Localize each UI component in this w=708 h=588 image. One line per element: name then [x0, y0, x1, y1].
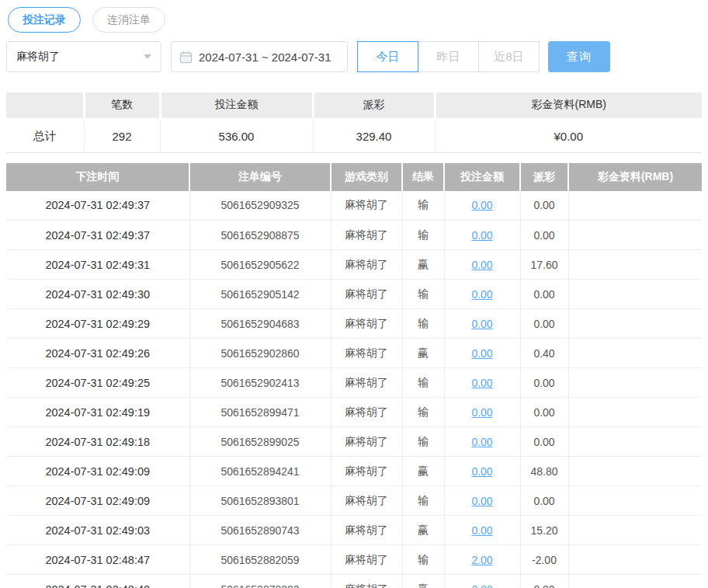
table-row: 2024-07-31 02:49:375061652908875麻将胡了输0.0…	[6, 221, 702, 250]
bet-amount-link[interactable]: 0.00	[471, 465, 492, 478]
cell-bet-time: 2024-07-31 02:49:19	[6, 398, 189, 427]
records-header-cell: 彩金资料(RMB)	[568, 163, 702, 191]
cell-game-type: 麻将胡了	[331, 368, 402, 398]
search-button[interactable]: 查询	[548, 41, 610, 72]
cell-bet-amount: 0.00	[444, 516, 520, 545]
bet-amount-link[interactable]: 0.00	[471, 436, 492, 448]
table-row: 2024-07-31 02:49:095061652893801麻将胡了输0.0…	[6, 486, 702, 516]
cell-bet-time: 2024-07-31 02:48:40	[6, 575, 189, 588]
cell-game-type: 麻将胡了	[331, 250, 402, 280]
top-tabs: 投注记录 连消注单	[0, 0, 708, 33]
table-row: 2024-07-31 02:49:265061652902860麻将胡了赢0.0…	[6, 339, 702, 368]
cell-payout: 0.40	[520, 339, 568, 368]
cell-bet-id: 5061652899471	[189, 398, 331, 427]
summary-bet-amount: 536.00	[160, 119, 313, 152]
tab-cancelled-bets[interactable]: 连消注单	[92, 7, 165, 33]
cell-result: 赢	[402, 457, 444, 486]
bet-amount-link[interactable]: 0.00	[471, 259, 492, 271]
records-table: 下注时间注单编号游戏类别结果投注金额派彩彩金资料(RMB) 2024-07-31…	[6, 163, 702, 588]
cell-bet-amount: 2.00	[444, 575, 520, 588]
date-range-value: 2024-07-31 ~ 2024-07-31	[199, 50, 331, 64]
cell-result: 输	[402, 486, 444, 516]
bet-amount-link[interactable]: 0.00	[471, 377, 492, 389]
summary-table: 笔数投注金额派彩彩金资料(RMB) 总计 292 536.00 329.40 ¥…	[6, 92, 702, 153]
last-8-days-button[interactable]: 近8日	[478, 41, 540, 72]
summary-header-cell: 笔数	[84, 92, 160, 119]
summary-total-label: 总计	[6, 119, 84, 152]
cell-bet-id: 5061652902413	[189, 368, 331, 398]
cell-bonus	[568, 339, 702, 368]
tab-bet-records[interactable]: 投注记录	[8, 7, 81, 33]
cell-result: 赢	[402, 339, 444, 368]
cell-game-type: 麻将胡了	[331, 516, 402, 545]
table-row: 2024-07-31 02:48:405061652878382麻将胡了赢2.0…	[6, 575, 702, 588]
cell-payout: 0.00	[520, 309, 568, 339]
cell-bonus	[568, 368, 702, 398]
table-row: 2024-07-31 02:49:305061652905142麻将胡了输0.0…	[6, 280, 702, 309]
game-type-select[interactable]: 麻将胡了	[6, 41, 161, 72]
cell-payout: 0.00	[520, 398, 568, 427]
cell-bet-time: 2024-07-31 02:49:29	[6, 309, 189, 339]
cell-bet-amount: 0.00	[444, 221, 520, 250]
cell-game-type: 麻将胡了	[331, 575, 402, 588]
cell-payout: 0.00	[520, 221, 568, 250]
table-row: 2024-07-31 02:49:255061652902413麻将胡了输0.0…	[6, 368, 702, 398]
cell-bet-id: 5061652908875	[189, 221, 331, 250]
cell-bet-time: 2024-07-31 02:49:09	[6, 457, 189, 486]
cell-result: 输	[402, 427, 444, 457]
cell-game-type: 麻将胡了	[331, 545, 402, 575]
table-row: 2024-07-31 02:49:185061652899025麻将胡了输0.0…	[6, 427, 702, 457]
table-row: 2024-07-31 02:49:195061652899471麻将胡了输0.0…	[6, 398, 702, 427]
cell-bet-amount: 0.00	[444, 457, 520, 486]
cell-bet-time: 2024-07-31 02:48:47	[6, 545, 189, 575]
bet-amount-link[interactable]: 0.00	[471, 288, 492, 301]
cell-bet-amount: 2.00	[444, 545, 520, 575]
cell-game-type: 麻将胡了	[331, 280, 402, 309]
cell-result: 输	[402, 398, 444, 427]
summary-header-cell: 彩金资料(RMB)	[435, 92, 702, 119]
cell-bet-time: 2024-07-31 02:49:37	[6, 221, 189, 250]
bet-amount-link[interactable]: 0.00	[471, 406, 492, 419]
cell-bet-amount: 0.00	[444, 191, 520, 221]
cell-bet-time: 2024-07-31 02:49:03	[6, 516, 189, 545]
cell-game-type: 麻将胡了	[331, 486, 402, 516]
cell-game-type: 麻将胡了	[331, 309, 402, 339]
cell-result: 输	[402, 280, 444, 309]
cell-payout: -2.00	[520, 545, 568, 575]
bet-amount-link[interactable]: 0.00	[471, 495, 492, 507]
cell-result: 输	[402, 368, 444, 398]
cell-payout: 0.00	[520, 368, 568, 398]
cell-bet-id: 5061652909325	[189, 191, 331, 221]
cell-game-type: 麻将胡了	[331, 398, 402, 427]
quick-date-buttons: 今日 昨日 近8日	[357, 41, 540, 72]
cell-bet-time: 2024-07-31 02:49:30	[6, 280, 189, 309]
cell-bet-id: 5061652882059	[189, 545, 331, 575]
cell-payout: 15.20	[520, 516, 568, 545]
cell-bet-time: 2024-07-31 02:49:37	[6, 191, 189, 221]
bet-amount-link[interactable]: 0.00	[471, 199, 492, 211]
cell-game-type: 麻将胡了	[331, 457, 402, 486]
cell-bonus	[568, 516, 702, 545]
bet-amount-link[interactable]: 0.00	[471, 229, 492, 242]
cell-game-type: 麻将胡了	[331, 221, 402, 250]
cell-payout: 0.00	[520, 427, 568, 457]
cell-result: 输	[402, 221, 444, 250]
cell-bonus	[568, 545, 702, 575]
today-button[interactable]: 今日	[357, 41, 418, 72]
cell-bonus	[568, 191, 702, 221]
bet-amount-link[interactable]: 0.00	[471, 318, 492, 330]
bet-amount-link[interactable]: 2.00	[471, 554, 492, 566]
bet-amount-link[interactable]: 0.00	[471, 524, 492, 537]
bet-amount-link[interactable]: 2.00	[471, 583, 492, 588]
cell-bet-time: 2024-07-31 02:49:18	[6, 427, 189, 457]
cell-payout: 0.00	[520, 486, 568, 516]
summary-payout: 329.40	[313, 119, 435, 152]
cell-game-type: 麻将胡了	[331, 339, 402, 368]
cell-result: 输	[402, 545, 444, 575]
yesterday-button[interactable]: 昨日	[418, 41, 479, 72]
date-range-picker[interactable]: 2024-07-31 ~ 2024-07-31	[171, 41, 348, 72]
cell-bet-amount: 0.00	[444, 309, 520, 339]
bet-amount-link[interactable]: 0.00	[471, 347, 492, 360]
records-header-cell: 游戏类别	[331, 163, 402, 191]
records-header-cell: 结果	[402, 163, 444, 191]
